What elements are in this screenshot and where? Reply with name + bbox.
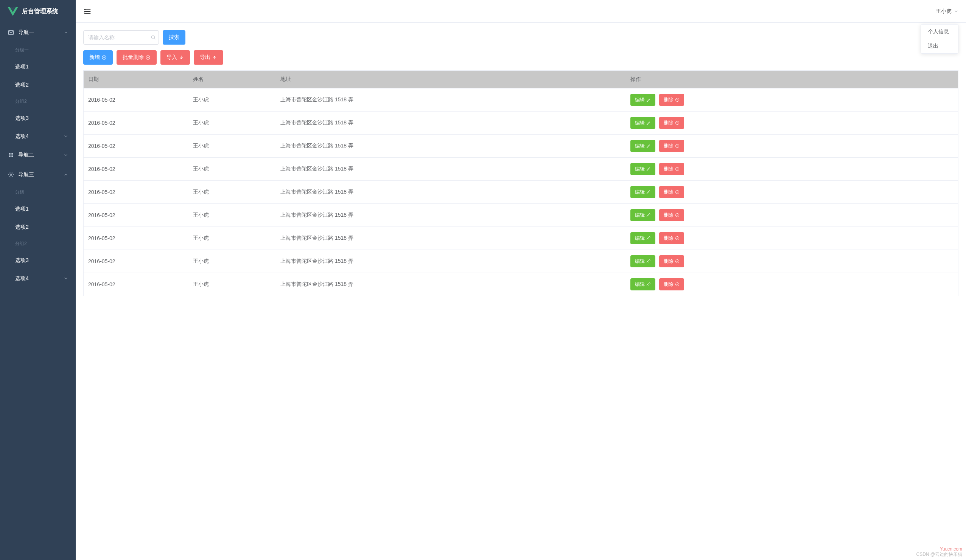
col-name: 姓名	[189, 71, 276, 88]
delete-button[interactable]: 删除	[659, 186, 684, 198]
table-row: 2016-05-02 王小虎 上海市普陀区金沙江路 1518 弄 编辑 删除	[84, 250, 958, 273]
nav3-item2[interactable]: 选项2	[0, 218, 76, 236]
edit-button[interactable]: 编辑	[630, 140, 656, 152]
delete-button[interactable]: 删除	[659, 140, 684, 152]
chevron-up-icon	[64, 172, 68, 177]
edit-button[interactable]: 编辑	[630, 255, 656, 267]
nav3-title[interactable]: 导航三	[0, 165, 76, 185]
col-date: 日期	[84, 71, 189, 88]
svg-rect-4	[12, 156, 13, 157]
add-button[interactable]: 新增	[83, 50, 113, 65]
search-input[interactable]	[83, 30, 159, 44]
cell-action: 编辑 删除	[626, 227, 958, 250]
minus-circle-icon	[675, 282, 680, 287]
table-header-row: 日期 姓名 地址 操作	[84, 71, 958, 88]
minus-circle-icon	[675, 121, 680, 125]
user-dropdown-menu: 个人信息 退出	[921, 24, 958, 54]
user-dropdown[interactable]: 王小虎 个人信息 退出	[936, 8, 958, 15]
menu: 导航一 分组一 选项1 选项2 分组2 选项3 选项4	[0, 23, 76, 287]
main: 王小虎 个人信息 退出 搜索	[76, 0, 966, 560]
edit-button[interactable]: 编辑	[630, 186, 656, 198]
table-row: 2016-05-02 王小虎 上海市普陀区金沙江路 1518 弄 编辑 删除	[84, 111, 958, 134]
batch-delete-button[interactable]: 批量删除	[117, 50, 157, 65]
app-title: 后台管理系统	[22, 8, 58, 15]
cell-action: 编辑 删除	[626, 204, 958, 227]
table-row: 2016-05-02 王小虎 上海市普陀区金沙江路 1518 弄 编辑 删除	[84, 88, 958, 111]
profile-item[interactable]: 个人信息	[921, 25, 958, 39]
message-icon	[8, 29, 15, 36]
nav3-group1-title: 分组一	[0, 185, 76, 200]
grid-icon	[8, 152, 15, 159]
logout-item[interactable]: 退出	[921, 39, 958, 53]
col-address: 地址	[276, 71, 626, 88]
table-row: 2016-05-02 王小虎 上海市普陀区金沙江路 1518 弄 编辑 删除	[84, 204, 958, 227]
cell-date: 2016-05-02	[84, 250, 189, 273]
delete-button[interactable]: 删除	[659, 255, 684, 267]
nav3-label: 导航三	[18, 171, 34, 178]
cell-name: 王小虎	[189, 250, 276, 273]
nav1-item2[interactable]: 选项2	[0, 75, 76, 94]
watermark-bottom: CSDN @云边的快乐猫	[916, 551, 962, 558]
edit-button[interactable]: 编辑	[630, 278, 656, 290]
vue-logo-icon	[8, 6, 18, 16]
edit-button[interactable]: 编辑	[630, 117, 656, 129]
nav-group-2: 导航二	[0, 145, 76, 165]
delete-button[interactable]: 删除	[659, 94, 684, 106]
table-row: 2016-05-02 王小虎 上海市普陀区金沙江路 1518 弄 编辑 删除	[84, 181, 958, 204]
cell-date: 2016-05-02	[84, 111, 189, 134]
edit-button[interactable]: 编辑	[630, 232, 656, 244]
nav3-item3[interactable]: 选项3	[0, 251, 76, 269]
nav1-label: 导航一	[18, 29, 34, 36]
nav-group-1: 导航一 分组一 选项1 选项2 分组2 选项3 选项4	[0, 23, 76, 145]
chevron-up-icon	[64, 30, 68, 35]
delete-button[interactable]: 删除	[659, 278, 684, 290]
cell-address: 上海市普陀区金沙江路 1518 弄	[276, 273, 626, 296]
cell-address: 上海市普陀区金沙江路 1518 弄	[276, 88, 626, 111]
search-button[interactable]: 搜索	[163, 30, 186, 44]
nav3-item1[interactable]: 选项1	[0, 200, 76, 218]
cell-address: 上海市普陀区金沙江路 1518 弄	[276, 111, 626, 134]
col-action: 操作	[626, 71, 958, 88]
cell-name: 王小虎	[189, 88, 276, 111]
action-row: 新增 批量删除 导入	[83, 50, 958, 65]
minus-circle-icon	[675, 213, 680, 218]
svg-rect-2	[12, 153, 13, 155]
cell-action: 编辑 删除	[626, 134, 958, 158]
edit-button[interactable]: 编辑	[630, 94, 656, 106]
arrow-down-icon	[179, 55, 184, 60]
cell-name: 王小虎	[189, 273, 276, 296]
cell-name: 王小虎	[189, 134, 276, 158]
cell-name: 王小虎	[189, 181, 276, 204]
nav1-item1[interactable]: 选项1	[0, 57, 76, 75]
export-button[interactable]: 导出	[194, 50, 223, 65]
delete-button[interactable]: 删除	[659, 232, 684, 244]
nav2-title[interactable]: 导航二	[0, 145, 76, 165]
edit-button[interactable]: 编辑	[630, 163, 656, 175]
table-row: 2016-05-02 王小虎 上海市普陀区金沙江路 1518 弄 编辑 删除	[84, 227, 958, 250]
nav3-item4[interactable]: 选项4	[0, 269, 76, 287]
delete-button[interactable]: 删除	[659, 117, 684, 129]
chevron-down-icon	[954, 9, 958, 14]
logo-area: 后台管理系统	[0, 0, 76, 23]
edit-icon	[646, 236, 651, 241]
edit-icon	[646, 144, 651, 148]
edit-button[interactable]: 编辑	[630, 209, 656, 221]
cell-action: 编辑 删除	[626, 111, 958, 134]
cell-name: 王小虎	[189, 111, 276, 134]
cell-date: 2016-05-02	[84, 204, 189, 227]
cell-date: 2016-05-02	[84, 134, 189, 158]
data-table: 日期 姓名 地址 操作 2016-05-02 王小虎 上海市普陀区金沙江路 15…	[83, 70, 958, 296]
username: 王小虎	[936, 8, 951, 15]
delete-button[interactable]: 删除	[659, 209, 684, 221]
delete-button[interactable]: 删除	[659, 163, 684, 175]
edit-icon	[646, 259, 651, 264]
import-button[interactable]: 导入	[161, 50, 190, 65]
nav-group-3: 导航三 分组一 选项1 选项2 分组2 选项3 选项4	[0, 165, 76, 287]
hamburger-icon[interactable]	[83, 7, 92, 15]
nav1-item4[interactable]: 选项4	[0, 127, 76, 145]
cell-date: 2016-05-02	[84, 88, 189, 111]
nav1-item3[interactable]: 选项3	[0, 109, 76, 127]
nav1-title[interactable]: 导航一	[0, 23, 76, 43]
minus-circle-icon	[675, 98, 680, 102]
minus-circle-icon	[675, 167, 680, 171]
